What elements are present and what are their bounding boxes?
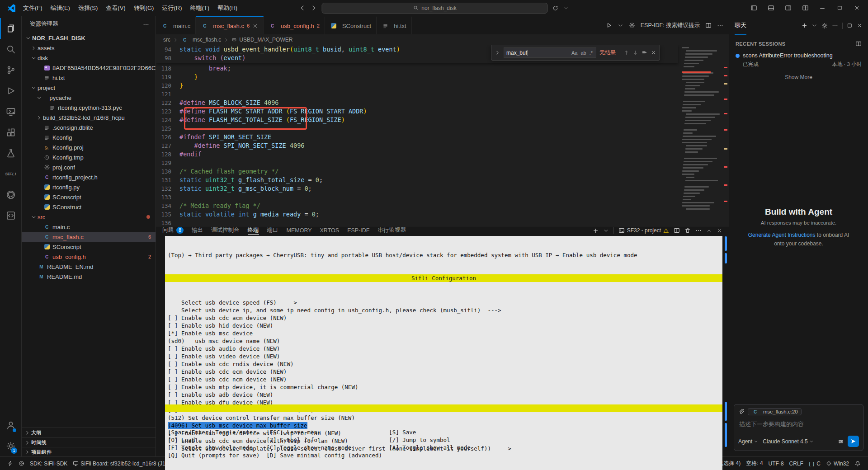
flash-icon[interactable] — [5, 459, 16, 469]
command-center-search[interactable]: nor_flash_disk — [322, 3, 548, 14]
match-case-icon[interactable]: Aa — [571, 50, 578, 56]
tree-item-rtconfig-py[interactable]: rtconfig.py — [22, 182, 156, 192]
menu-T[interactable]: 终端(T) — [186, 2, 213, 14]
find-in-selection-icon[interactable] — [642, 50, 647, 56]
sidebar-section-时间线[interactable]: 时间线 — [22, 437, 156, 447]
model-picker[interactable]: Claude Sonnet 4.5 — [763, 438, 813, 445]
tree-item-hi-txt[interactable]: hi.txt — [22, 73, 156, 83]
platform[interactable]: Win32 — [823, 459, 852, 469]
encoding[interactable]: UTF-8 — [766, 459, 787, 469]
minimap[interactable] — [681, 45, 722, 226]
columns-icon[interactable] — [855, 41, 862, 47]
settings-gear-icon[interactable] — [629, 22, 635, 28]
minimize-button[interactable] — [815, 1, 830, 15]
toggle-sidebar-icon[interactable] — [746, 1, 761, 15]
chat-settings-icon[interactable] — [821, 23, 828, 29]
regex-icon[interactable]: .* — [589, 50, 594, 56]
close-find-icon[interactable] — [651, 50, 656, 56]
whole-word-icon[interactable]: ab — [580, 50, 587, 56]
chevron-down-icon[interactable] — [563, 5, 569, 11]
menu-F[interactable]: 文件(F) — [19, 2, 47, 14]
menu-G[interactable]: 转到(G) — [130, 2, 158, 14]
terminal-session-chip[interactable]: SF32 - project — [618, 227, 669, 234]
panel-tab-XRTOS[interactable]: XRTOS — [320, 226, 340, 235]
activity-remote-explorer[interactable] — [0, 101, 21, 122]
panel-tab-调试控制台[interactable]: 调试控制台 — [211, 226, 240, 235]
panel-tab-ESP-IDF[interactable]: ESP-IDF — [347, 226, 369, 235]
nav-forward-icon[interactable] — [311, 5, 317, 11]
activity-testing[interactable] — [0, 143, 21, 164]
split-editor-icon[interactable] — [705, 22, 712, 28]
maximize-button[interactable] — [832, 1, 847, 15]
find-next-icon[interactable] — [632, 50, 638, 56]
menu-R[interactable]: 运行(R) — [158, 2, 186, 14]
more-actions-icon[interactable] — [832, 23, 838, 29]
tool-icon[interactable] — [16, 459, 27, 469]
activity-explorer[interactable] — [0, 18, 21, 39]
activity-source-control[interactable] — [0, 60, 21, 80]
language-mode[interactable]: { }C — [806, 459, 823, 469]
tab-SConstruct[interactable]: SConstruct — [325, 16, 377, 34]
nav-back-icon[interactable] — [299, 5, 306, 11]
tree-item-assets[interactable]: assets — [22, 43, 156, 53]
more-actions-icon[interactable] — [695, 227, 702, 234]
tree-item-proj-conf[interactable]: proj.conf — [22, 162, 156, 172]
panel-tab-输出[interactable]: 输出 — [192, 226, 203, 235]
espidf-search-error-button[interactable]: ESP-IDF: 搜索错误提示 — [641, 22, 700, 29]
eol[interactable]: CRLF — [787, 459, 806, 469]
tree-item-README_EN-md[interactable]: MREADME_EN.md — [22, 262, 156, 272]
tree-item-NOR_FLASH_DISK[interactable]: NOR_FLASH_DISK — [22, 33, 156, 43]
run-file-icon[interactable] — [606, 22, 612, 28]
code-editor[interactable]: 94static void usbd_event_handler(uint8_t… — [156, 45, 729, 226]
tree-item--sconsign-dblite[interactable]: .sconsign.dblite — [22, 122, 156, 132]
tree-item-msc_flash-c[interactable]: Cmsc_flash.c6 — [22, 232, 156, 242]
terminal-scrollbar[interactable] — [725, 235, 727, 470]
activity-github[interactable] — [0, 184, 21, 205]
tree-item-disk[interactable]: disk — [22, 53, 156, 63]
toggle-secondary-sidebar-icon[interactable] — [780, 1, 796, 15]
terminal-view[interactable]: (Top) → Third party packages → CherryUSB… — [156, 235, 729, 470]
breadcrumb[interactable]: srcCmsc_flash.cUSBD_MAX_POWER — [156, 34, 729, 45]
activity-accounts[interactable] — [0, 415, 21, 436]
context-chip[interactable]: C msc_flash.c:20 — [748, 408, 802, 415]
panel-tab-MEMORY[interactable]: MEMORY — [287, 226, 312, 235]
tools-icon[interactable] — [838, 438, 844, 445]
sidebar-section-大纲[interactable]: 大纲 — [22, 428, 156, 437]
tab-usb_config-h[interactable]: Cusb_config.h2 — [264, 16, 325, 34]
tab-hi-txt[interactable]: hi.txt — [377, 16, 411, 34]
menu-V[interactable]: 查看(V) — [102, 2, 129, 14]
tree-item-Kconfig-proj[interactable]: Kconfig.proj — [22, 142, 156, 152]
breadcrumb-segment[interactable]: src — [163, 37, 170, 43]
chat-input[interactable]: 描述下一步要构建的内容 — [739, 420, 858, 428]
sdk-label[interactable]: SDK: SiFli-SDK — [27, 459, 70, 469]
tree-item-SConscript[interactable]: SConscript — [22, 192, 156, 202]
activity-run-and-debug[interactable] — [0, 80, 21, 101]
panel-tab-串行监视器[interactable]: 串行监视器 — [377, 226, 406, 235]
sidebar-section-项目组件[interactable]: 项目组件 — [22, 447, 156, 456]
tree-item-project[interactable]: project — [22, 83, 156, 93]
menu-H[interactable]: 帮助(H) — [213, 2, 241, 14]
tab-msc_flash-c[interactable]: Cmsc_flash.c6 — [196, 16, 264, 34]
panel-tab-终端[interactable]: 终端 — [248, 226, 259, 235]
more-actions-icon[interactable] — [143, 21, 149, 28]
tree-item-8ADF658A54BD5442E98F0D2F2D66C79B-png[interactable]: 8ADF658A54BD5442E98F0D2F2D66C79B.png — [22, 63, 156, 73]
find-previous-icon[interactable] — [623, 50, 629, 56]
tree-item-main-c[interactable]: Cmain.c — [22, 222, 156, 232]
tree-item-src[interactable]: src — [22, 212, 156, 222]
split-terminal-icon[interactable] — [674, 227, 680, 234]
run-dropdown-icon[interactable] — [618, 23, 623, 28]
more-actions-icon[interactable] — [717, 22, 723, 28]
toggle-replace-icon[interactable] — [495, 50, 500, 56]
menu-E[interactable]: 编辑(E) — [47, 2, 74, 14]
generate-instructions-link[interactable]: Generate Agent Instructions — [748, 232, 816, 238]
notifications-icon[interactable] — [852, 459, 863, 469]
breadcrumb-segment[interactable]: msc_flash.c — [193, 37, 221, 43]
attach-context-icon[interactable] — [738, 409, 745, 415]
panel-tab-问题[interactable]: 问题8 — [162, 226, 184, 235]
tree-item-Kconfig-tmp[interactable]: Kconfig.tmp — [22, 152, 156, 162]
tree-item-SConscript[interactable]: SConscript — [22, 242, 156, 252]
activity-manage[interactable]: 1 — [0, 436, 21, 456]
activity-extensions[interactable] — [0, 122, 21, 143]
chevron-down-icon[interactable] — [811, 23, 817, 28]
tree-item-__pycache__[interactable]: __pycache__ — [22, 93, 156, 103]
